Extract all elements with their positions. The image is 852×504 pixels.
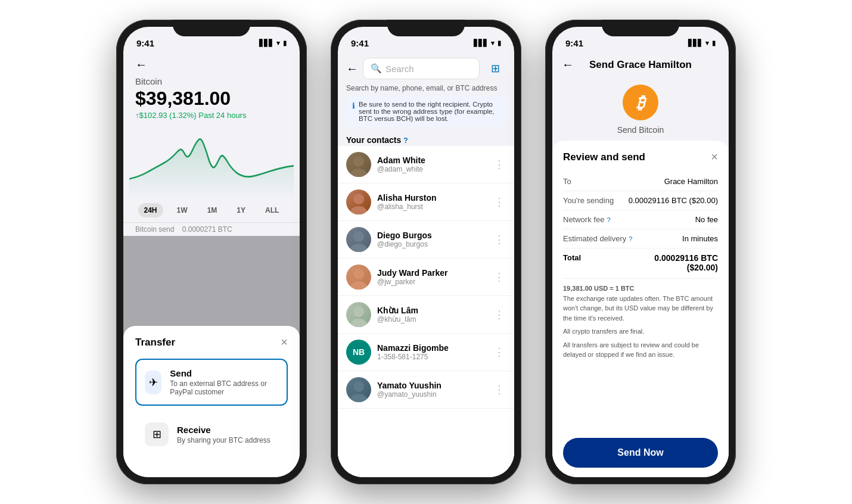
transfer-modal: Transfer × ✈ Send To an external BTC add… [123,326,300,477]
status-icons-1: ▋▋▋ ▾ ▮ [259,39,287,47]
contact-more-judy[interactable]: ⋮ [493,270,506,284]
phone-2: 9:41 ▋▋▋ ▾ ▮ ← 🔍 Search ⊞ Search by name… [331,20,521,484]
qr-button[interactable]: ⊞ [484,58,506,79]
p2-header: ← 🔍 Search ⊞ [338,53,514,83]
contacts-help-icon[interactable]: ? [403,136,408,145]
contact-info-khu: Khừu Lâm @khừu_lâm [377,306,487,323]
info-icon: ℹ [352,101,355,122]
warning-message: ℹ Be sure to send to the right recipient… [346,96,506,127]
svg-point-3 [350,206,367,214]
timeframe-1y[interactable]: 1Y [231,203,251,217]
contact-more-adam[interactable]: ⋮ [493,158,506,171]
search-hint: Search by name, phone, email, or BTC add… [338,83,514,96]
contact-handle-judy: @jw_parker [377,278,487,286]
contact-item-namazzi[interactable]: NB Namazzi Bigombe 1-358-581-1275 ⋮ [338,334,514,371]
fee-help-icon[interactable]: ? [607,216,610,223]
review-row-sending: You're sending 0.00029116 BTC ($20.00) [563,191,718,210]
send-title: Send [170,368,278,378]
review-label-delivery: Estimated delivery ? [563,234,632,243]
contact-handle-adam: @adam_white [377,165,487,173]
contact-info-alisha: Alisha Hurston @alisha_hurst [377,193,487,211]
review-label-fee: Network fee ? [563,215,611,224]
timeframe-1w[interactable]: 1W [171,203,194,217]
search-icon-2: 🔍 [371,63,382,74]
contact-info-adam: Adam White @adam_white [377,155,487,173]
avatar-khu [346,302,371,327]
avatar-judy [346,265,371,290]
contact-info-namazzi: Namazzi Bigombe 1-358-581-1275 [377,343,487,361]
receive-option[interactable]: ⊞ Receive By sharing your BTC address [135,413,288,456]
contact-handle-yamato: @yamato_yuushin [377,390,487,399]
contact-name-diego: Diego Burgos [377,231,487,240]
contact-more-yamato[interactable]: ⋮ [493,383,506,396]
svg-point-7 [350,281,367,290]
svg-point-6 [353,269,364,279]
contact-list: Adam White @adam_white ⋮ Alisha Hurston … [338,146,514,477]
contact-item-alisha[interactable]: Alisha Hurston @alisha_hurst ⋮ [338,183,514,221]
review-disclaimer-rate: 19,381.00 USD = 1 BTC The exchange rate … [563,284,718,323]
back-button-3[interactable]: ← [562,58,574,71]
contact-item-yamato[interactable]: Yamato Yuushin @yamato_yuushin ⋮ [338,371,514,409]
svg-point-2 [353,194,364,204]
svg-point-9 [350,319,367,327]
review-disclaimer-review: All transfers are subject to review and … [563,340,718,360]
back-button-2[interactable]: ← [346,62,358,76]
send-now-button[interactable]: Send Now [563,438,718,468]
contact-info-yamato: Yamato Yuushin @yamato_yuushin [377,381,487,399]
battery-icon: ▮ [283,39,287,47]
svg-point-5 [350,244,367,252]
phone-1: 9:41 ▋▋▋ ▾ ▮ ← Bitcoin $39,381.00 ↑$102.… [116,20,307,484]
send-text: Send To an external BTC address or PayPa… [170,368,278,396]
contact-more-namazzi[interactable]: ⋮ [493,346,506,359]
svg-point-4 [353,231,364,242]
avatar-adam [346,152,371,177]
contact-info-diego: Diego Burgos @diego_burgos [377,231,487,248]
contact-item-diego[interactable]: Diego Burgos @diego_burgos ⋮ [338,221,514,259]
phone-3: 9:41 ▋▋▋ ▾ ▮ ← Send Grace Hamilton ₿ Sen… [545,20,736,484]
review-label-sending: You're sending [563,196,614,205]
contact-name-yamato: Yamato Yuushin [377,381,487,390]
receive-icon: ⊞ [145,422,169,446]
signal-icon-2: ▋▋▋ [474,39,488,47]
svg-point-8 [353,306,364,317]
bitcoin-price: $39,381.00 [135,88,288,110]
notch-2 [387,20,465,36]
timeframe-1m[interactable]: 1M [201,203,223,217]
receive-title: Receive [177,425,270,435]
review-close-button[interactable]: × [711,150,718,164]
bitcoin-logo: ₿ [623,85,658,120]
contact-item-khu[interactable]: Khừu Lâm @khừu_lâm ⋮ [338,296,514,334]
contact-more-alisha[interactable]: ⋮ [493,195,506,209]
contact-item-adam[interactable]: Adam White @adam_white ⋮ [338,146,514,183]
battery-icon-3: ▮ [712,39,716,47]
crypto-row: Bitcoin send 0.0000271 BTC [123,222,300,236]
search-box[interactable]: 🔍 Search [363,58,480,79]
status-time-1: 9:41 [136,38,154,48]
status-time-2: 9:41 [351,38,369,48]
review-disclaimer-final: All crypto transfers are final. [563,326,718,337]
modal-close-button[interactable]: × [281,335,288,349]
timeframe-24h[interactable]: 24H [138,203,163,217]
delivery-help-icon[interactable]: ? [629,235,632,242]
wifi-icon-2: ▾ [491,39,495,47]
contact-name-adam: Adam White [377,155,487,165]
svg-point-0 [353,156,364,167]
send-subtitle: To an external BTC address or PayPal cus… [170,379,278,396]
contact-info-judy: Judy Ward Parker @jw_parker [377,268,487,286]
contact-more-khu[interactable]: ⋮ [493,308,506,321]
contact-item-judy[interactable]: Judy Ward Parker @jw_parker ⋮ [338,259,514,296]
review-row-total: Total 0.00029116 BTC($20.00) [563,248,718,279]
contacts-label: Your contacts [346,135,401,145]
contact-more-diego[interactable]: ⋮ [493,233,506,246]
contact-handle-alisha: @alisha_hurst [377,203,487,211]
back-button-1[interactable]: ← [135,58,288,71]
svg-point-11 [350,394,367,402]
avatar-namazzi: NB [346,340,371,365]
send-option[interactable]: ✈ Send To an external BTC address or Pay… [135,359,288,406]
review-label-total: Total [563,253,581,262]
timeframe-all[interactable]: ALL [259,203,285,217]
warning-text: Be sure to send to the right recipient. … [359,101,500,122]
modal-header: Transfer × [135,335,288,349]
receive-subtitle: By sharing your BTC address [177,436,270,444]
contact-handle-namazzi: 1-358-581-1275 [377,353,487,361]
